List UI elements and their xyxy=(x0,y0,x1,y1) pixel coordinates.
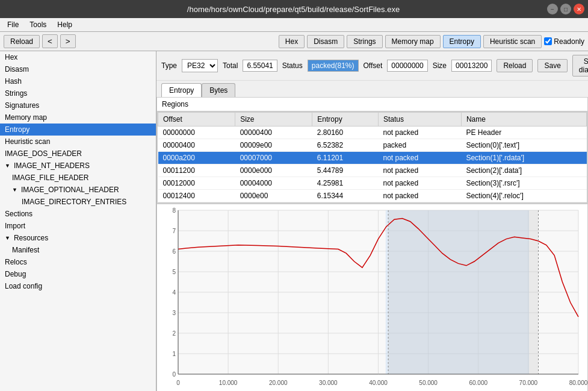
sidebar-label-import: Import xyxy=(5,222,25,230)
cell-status: not packed xyxy=(378,177,461,190)
cell-status: not packed xyxy=(378,164,461,177)
tab-bytes[interactable]: Bytes xyxy=(202,83,235,97)
status-value: packed(81%) xyxy=(308,60,359,72)
sidebar-label-resources: Resources xyxy=(14,234,48,242)
hex-button[interactable]: Hex xyxy=(279,35,305,48)
maximize-button[interactable]: □ xyxy=(560,4,571,14)
sidebar-item-import[interactable]: Import xyxy=(0,220,156,232)
title-bar: /home/hors/ownCloud/prepare/qt5/build/re… xyxy=(0,0,588,18)
strings-button[interactable]: Strings xyxy=(347,35,382,48)
cell-entropy: 4.25981 xyxy=(312,177,379,190)
content-reload-button[interactable]: Reload xyxy=(497,59,533,72)
cell-size: 00004000 xyxy=(235,177,312,190)
type-row: Type PE32 Total 6.55041 Status packed(81… xyxy=(156,51,588,81)
sidebar-label-dos-header: IMAGE_DOS_HEADER xyxy=(5,149,82,158)
sidebar-label-optional-header: IMAGE_OPTIONAL_HEADER xyxy=(21,186,119,194)
tab-entropy[interactable]: Entropy xyxy=(161,83,202,97)
resources-arrow: ▼ xyxy=(5,235,10,241)
size-value: 00013200 xyxy=(451,60,492,72)
cell-entropy: 6.15344 xyxy=(312,190,379,202)
nt-headers-arrow: ▼ xyxy=(5,163,10,169)
nav-back-button[interactable]: < xyxy=(42,34,58,48)
sidebar-item-relocs[interactable]: Relocs xyxy=(0,256,156,268)
nav-forward-button[interactable]: > xyxy=(60,34,76,48)
table-row[interactable]: 000124000000e006.15344not packedSection(… xyxy=(158,190,587,202)
menu-bar: File Tools Help xyxy=(0,18,588,32)
sidebar-label-heuristic: Heuristic scan xyxy=(5,137,50,146)
cell-offset: 0000a200 xyxy=(158,152,235,164)
sidebar-item-load-config[interactable]: Load config xyxy=(0,280,156,292)
minimize-button[interactable]: − xyxy=(547,4,558,14)
cell-status: packed xyxy=(378,139,461,152)
col-entropy: Entropy xyxy=(312,113,379,127)
sidebar-item-sections[interactable]: Sections xyxy=(0,208,156,220)
tabs-row: Entropy Bytes xyxy=(156,81,588,97)
sidebar-item-disasm[interactable]: Disasm xyxy=(0,63,156,75)
close-button[interactable]: ✕ xyxy=(574,4,584,14)
entropy-button[interactable]: Entropy xyxy=(443,35,481,48)
save-button[interactable]: Save xyxy=(537,59,567,72)
sidebar-label-strings: Strings xyxy=(5,89,27,98)
save-diagram-button[interactable]: Save diagram xyxy=(572,55,588,77)
cell-name: Section(3)['.rsrc'] xyxy=(461,177,586,190)
sidebar-item-hash[interactable]: Hash xyxy=(0,75,156,87)
total-label: Total xyxy=(223,61,238,70)
sidebar-label-disasm: Disasm xyxy=(5,65,29,74)
sidebar-label-relocs: Relocs xyxy=(5,258,27,266)
sidebar-item-memory-map[interactable]: Memory map xyxy=(0,111,156,124)
cell-size: 0000e00 xyxy=(235,190,312,202)
cell-status: not packed xyxy=(378,152,461,164)
status-label: Status xyxy=(282,61,303,70)
memory-map-button[interactable]: Memory map xyxy=(385,35,441,48)
cell-name: Section(1)['.rdata'] xyxy=(461,152,586,164)
col-offset: Offset xyxy=(158,113,235,127)
menu-tools[interactable]: Tools xyxy=(25,19,51,30)
sidebar-item-hex[interactable]: Hex xyxy=(0,51,156,63)
cell-size: 0000e000 xyxy=(235,164,312,177)
sidebar-item-signatures[interactable]: Signatures xyxy=(0,99,156,111)
readonly-checkbox[interactable] xyxy=(544,37,552,45)
sidebar-label-hash: Hash xyxy=(5,77,22,86)
window-title: /home/hors/ownCloud/prepare/qt5/build/re… xyxy=(40,5,547,14)
menu-file[interactable]: File xyxy=(2,19,23,30)
sidebar-item-strings[interactable]: Strings xyxy=(0,87,156,99)
heuristic-scan-button[interactable]: Heuristic scan xyxy=(483,35,542,48)
table-row[interactable]: 0000a200000070006.11201not packedSection… xyxy=(158,152,587,164)
cell-size: 00007000 xyxy=(235,152,312,164)
sidebar-item-file-header[interactable]: IMAGE_FILE_HEADER xyxy=(0,172,156,184)
table-row[interactable]: 0000040000009e006.52382packedSection(0)[… xyxy=(158,139,587,152)
readonly-checkbox-label[interactable]: Readonly xyxy=(544,37,584,46)
sidebar-item-dos-header[interactable]: IMAGE_DOS_HEADER xyxy=(0,148,156,160)
sidebar-item-resources[interactable]: ▼ Resources xyxy=(0,232,156,244)
table-row[interactable]: 00012000000040004.25981not packedSection… xyxy=(158,177,587,190)
sidebar-item-debug[interactable]: Debug xyxy=(0,268,156,280)
readonly-label: Readonly xyxy=(554,37,584,46)
type-select[interactable]: PE32 xyxy=(182,59,218,72)
window-controls: − □ ✕ xyxy=(547,4,584,14)
sidebar-item-manifest[interactable]: Manifest xyxy=(0,244,156,256)
offset-label: Offset xyxy=(364,61,383,70)
cell-entropy: 2.80160 xyxy=(312,127,379,139)
sidebar-item-dir-entries[interactable]: IMAGE_DIRECTORY_ENTRIES xyxy=(0,196,156,208)
total-value: 6.55041 xyxy=(243,60,277,72)
col-status: Status xyxy=(378,113,461,127)
sidebar-item-heuristic[interactable]: Heuristic scan xyxy=(0,136,156,148)
menu-help[interactable]: Help xyxy=(52,19,77,30)
sidebar-label-nt-headers: IMAGE_NT_HEADERS xyxy=(14,161,90,170)
table-row[interactable]: 00000000000004002.80160not packedPE Head… xyxy=(158,127,587,139)
content-area: Type PE32 Total 6.55041 Status packed(81… xyxy=(156,51,588,391)
sidebar-label-manifest: Manifest xyxy=(12,246,39,254)
disasm-button[interactable]: Disasm xyxy=(307,35,344,48)
sidebar: Hex Disasm Hash Strings Signatures Memor… xyxy=(0,51,156,391)
sidebar-label-entropy: Entropy xyxy=(5,125,29,134)
reload-button[interactable]: Reload xyxy=(4,35,40,48)
toolbar: Reload < > Hex Disasm Strings Memory map… xyxy=(0,32,588,51)
sidebar-item-entropy[interactable]: Entropy xyxy=(0,124,156,136)
regions-container: Regions Offset Size Entropy Status Name … xyxy=(156,97,588,204)
sidebar-item-nt-headers[interactable]: ▼ IMAGE_NT_HEADERS xyxy=(0,160,156,172)
col-size: Size xyxy=(235,113,312,127)
table-row[interactable]: 000112000000e0005.44789not packedSection… xyxy=(158,164,587,177)
cell-status: not packed xyxy=(378,127,461,139)
sidebar-item-optional-header[interactable]: ▼ IMAGE_OPTIONAL_HEADER xyxy=(0,184,156,196)
sidebar-label-dir-entries: IMAGE_DIRECTORY_ENTRIES xyxy=(22,198,126,206)
